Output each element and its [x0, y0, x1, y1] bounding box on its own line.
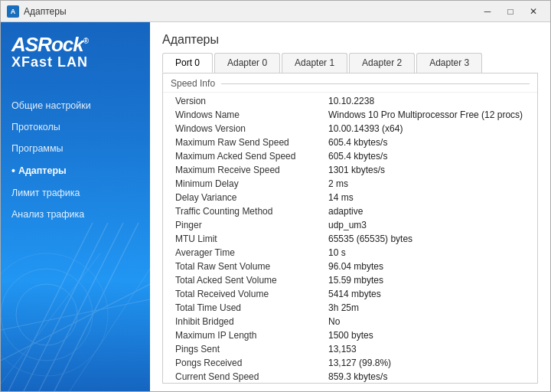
- table-row: Pingerudp_um3: [163, 218, 537, 232]
- info-value: adaptive: [328, 206, 525, 217]
- tabs-bar: Port 0 Adapter 0 Adapter 1 Adapter 2 Ada…: [150, 53, 550, 73]
- table-row: Current Send Speed859.3 kbytes/s: [163, 370, 537, 384]
- sidebar-item-programs-label: Программы: [11, 143, 64, 154]
- info-label: Maximum Raw Send Speed: [175, 137, 328, 148]
- xfast-lan-logo: XFast LAN: [11, 54, 139, 70]
- info-label: Traffic Counting Method: [175, 206, 328, 217]
- sidebar-logo: ASRock® XFast LAN: [1, 22, 150, 80]
- info-value: 859.3 kbytes/s: [328, 371, 525, 382]
- info-label: Delay Variance: [175, 192, 328, 203]
- title-bar-text: Адаптеры: [24, 6, 472, 17]
- info-label: Pongs Received: [175, 358, 328, 368]
- table-row: Pongs Received13,127 (99.8%): [163, 356, 537, 370]
- info-value: 13,153: [328, 344, 525, 354]
- info-value: 1500 bytes: [328, 330, 525, 341]
- table-row: Delay Variance14 ms: [163, 191, 537, 204]
- table-row: Maximum Raw Send Speed605.4 kbytes/s: [163, 136, 537, 149]
- main-window: A Адаптеры ─ □ ✕ ASRock® XFast LAN: [0, 0, 551, 392]
- info-value: Windows 10 Pro Multiprocessor Free (12 p…: [328, 109, 525, 120]
- info-table: Version10.10.2238Windows NameWindows 10 …: [163, 93, 537, 384]
- info-label: Maximum Acked Send Speed: [175, 151, 328, 162]
- section-title: Speed Info: [163, 74, 537, 93]
- tab-port0[interactable]: Port 0: [162, 53, 213, 73]
- svg-line-6: [1, 253, 100, 384]
- info-label: MTU Limit: [175, 234, 328, 244]
- tab-adapter1[interactable]: Adapter 1: [282, 53, 347, 73]
- app-icon: A: [7, 5, 19, 18]
- info-label: Current Send Speed: [175, 371, 328, 382]
- sidebar: ASRock® XFast LAN Общие наст: [1, 22, 150, 391]
- info-value: 15.59 mbytes: [328, 275, 525, 286]
- table-row: Version10.10.2238: [163, 94, 537, 108]
- table-row: Windows Version10.00.14393 (x64): [163, 122, 537, 136]
- sidebar-item-adapters[interactable]: • Адаптеры: [1, 159, 150, 182]
- sidebar-item-traffic-analysis[interactable]: Анализ трафика: [1, 204, 150, 225]
- info-label: Averager Time: [175, 247, 328, 258]
- table-row: Averager Time10 s: [163, 246, 537, 260]
- table-row: Pings Sent13,153: [163, 342, 537, 356]
- table-row: Maximum IP Length1500 bytes: [163, 328, 537, 342]
- tab-adapter2[interactable]: Adapter 2: [349, 53, 415, 73]
- table-row: Total Time Used3h 25m: [163, 301, 537, 315]
- info-value: 10 s: [328, 247, 525, 258]
- title-bar: A Адаптеры ─ □ ✕: [1, 1, 550, 22]
- info-panel[interactable]: Speed Info Version10.10.2238Windows Name…: [162, 73, 538, 384]
- info-value: 2 ms: [328, 178, 525, 189]
- info-label: Total Acked Sent Volume: [175, 275, 328, 286]
- sidebar-item-traffic-limit-label: Лимит трафика: [11, 188, 80, 198]
- close-button[interactable]: ✕: [523, 4, 544, 19]
- info-label: Minimum Delay: [175, 178, 328, 189]
- info-value: 13,127 (99.8%): [328, 358, 525, 368]
- info-value: 3h 25m: [328, 302, 525, 313]
- info-value: 65535 (65535) bytes: [328, 234, 525, 244]
- sidebar-item-general-label: Общие настройки: [11, 100, 91, 111]
- info-label: Pings Sent: [175, 344, 328, 354]
- window-content: ASRock® XFast LAN Общие наст: [1, 22, 550, 391]
- info-value: udp_um3: [328, 220, 525, 230]
- svg-line-7: [70, 269, 150, 391]
- sidebar-item-programs[interactable]: Программы: [1, 138, 150, 159]
- svg-line-3: [54, 223, 139, 391]
- info-label: Inhibit Bridged: [175, 316, 328, 327]
- table-row: Traffic Counting Methodadaptive: [163, 204, 537, 218]
- table-row: Maximum Receive Speed1301 kbytes/s: [163, 163, 537, 177]
- sidebar-item-adapters-label: Адаптеры: [18, 165, 67, 176]
- title-bar-buttons: ─ □ ✕: [477, 4, 544, 19]
- maximize-button[interactable]: □: [500, 4, 521, 19]
- info-value: 14 ms: [328, 192, 525, 203]
- info-label: Maximum IP Length: [175, 330, 328, 341]
- table-row: Total Acked Sent Volume15.59 mbytes: [163, 273, 537, 287]
- sidebar-item-traffic-analysis-label: Анализ трафика: [11, 209, 84, 220]
- info-label: Windows Version: [175, 123, 328, 134]
- main-content: Адаптеры Port 0 Adapter 0 Adapter 1 Adap…: [150, 22, 550, 391]
- table-row: Minimum Delay2 ms: [163, 177, 537, 191]
- asrock-logo: ASRock®: [11, 34, 139, 54]
- info-label: Total Received Volume: [175, 289, 328, 299]
- active-bullet: •: [11, 165, 15, 177]
- table-row: Total Raw Sent Volume96.04 mbytes: [163, 260, 537, 273]
- minimize-button[interactable]: ─: [477, 4, 498, 19]
- page-title: Адаптеры: [150, 22, 550, 53]
- tab-adapter3[interactable]: Adapter 3: [416, 53, 482, 73]
- table-row: Windows NameWindows 10 Pro Multiprocesso…: [163, 108, 537, 122]
- info-value: 605.4 kbytes/s: [328, 151, 525, 162]
- info-label: Maximum Receive Speed: [175, 165, 328, 175]
- tab-adapter0[interactable]: Adapter 0: [214, 53, 280, 73]
- sidebar-item-traffic-limit[interactable]: Лимит трафика: [1, 182, 150, 204]
- info-label: Windows Name: [175, 109, 328, 120]
- sidebar-item-protocols[interactable]: Протоколы: [1, 116, 150, 138]
- info-label: Total Raw Sent Volume: [175, 261, 328, 272]
- table-row: MTU Limit65535 (65535) bytes: [163, 232, 537, 246]
- info-label: Version: [175, 96, 328, 106]
- info-value: No: [328, 316, 525, 327]
- info-value: 96.04 mbytes: [328, 261, 525, 272]
- info-value: 5414 mbytes: [328, 289, 525, 299]
- table-row: Maximum Acked Send Speed605.4 kbytes/s: [163, 149, 537, 163]
- sidebar-item-protocols-label: Протоколы: [11, 122, 60, 132]
- svg-line-1: [24, 223, 108, 391]
- sidebar-item-general[interactable]: Общие настройки: [1, 95, 150, 116]
- table-row: Inhibit BridgedNo: [163, 315, 537, 328]
- info-value: 605.4 kbytes/s: [328, 137, 525, 148]
- info-label: Pinger: [175, 220, 328, 230]
- info-value: 10.10.2238: [328, 96, 525, 106]
